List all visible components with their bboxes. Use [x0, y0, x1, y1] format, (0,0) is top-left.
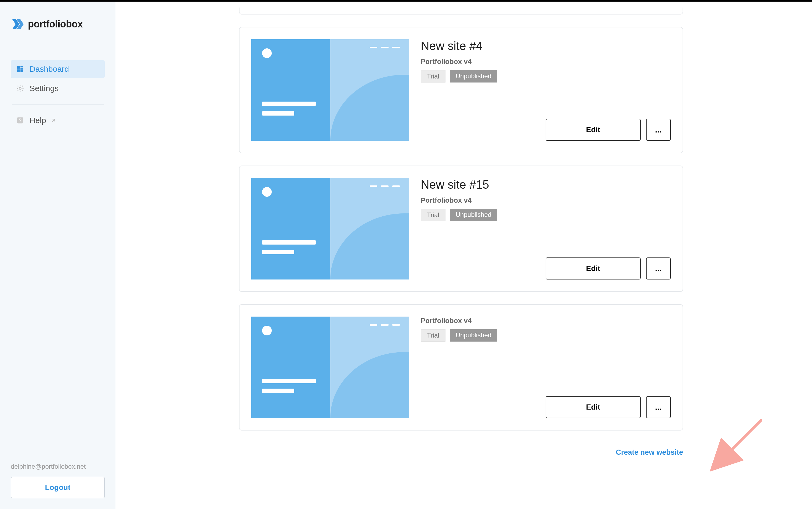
- site-title: New site #4: [421, 39, 671, 53]
- site-info: Portfoliobox v4 Trial Unpublished Edit .…: [421, 316, 671, 418]
- site-actions: Edit ...: [421, 258, 671, 279]
- site-badges: Trial Unpublished: [421, 209, 671, 221]
- site-actions: Edit ...: [421, 396, 671, 418]
- badge-status: Unpublished: [450, 329, 497, 342]
- sidebar-footer: delphine@portfoliobox.net Logout: [11, 463, 105, 498]
- site-info: New site #15 Portfoliobox v4 Trial Unpub…: [421, 178, 671, 279]
- site-card: Portfoliobox v4 Trial Unpublished Edit .…: [239, 304, 683, 431]
- site-version: Portfoliobox v4: [421, 196, 671, 205]
- site-info: New site #4 Portfoliobox v4 Trial Unpubl…: [421, 39, 671, 141]
- edit-button[interactable]: Edit: [546, 258, 641, 279]
- svg-text:?: ?: [19, 118, 22, 123]
- brand-name: portfoliobox: [28, 19, 83, 30]
- edit-button[interactable]: Edit: [546, 119, 641, 141]
- site-badges: Trial Unpublished: [421, 70, 671, 82]
- badge-trial: Trial: [421, 209, 445, 221]
- gear-icon: [16, 84, 24, 93]
- svg-rect-1: [21, 66, 23, 67]
- badge-trial: Trial: [421, 329, 445, 342]
- badge-status: Unpublished: [450, 70, 497, 82]
- external-link-icon: [50, 117, 57, 123]
- site-version: Portfoliobox v4: [421, 316, 671, 325]
- site-version: Portfoliobox v4: [421, 58, 671, 66]
- svg-rect-3: [17, 69, 20, 72]
- svg-point-5: [19, 87, 21, 90]
- more-button[interactable]: ...: [646, 258, 671, 279]
- svg-rect-4: [21, 69, 23, 72]
- svg-line-8: [715, 420, 761, 466]
- badge-status: Unpublished: [450, 209, 497, 221]
- site-title: New site #15: [421, 178, 671, 191]
- site-card: New site #15 Portfoliobox v4 Trial Unpub…: [239, 166, 683, 292]
- badge-trial: Trial: [421, 70, 445, 82]
- help-icon: ?: [16, 116, 24, 125]
- svg-rect-2: [21, 68, 23, 69]
- svg-rect-0: [17, 66, 20, 69]
- logout-button[interactable]: Logout: [11, 477, 105, 498]
- site-thumbnail: [251, 316, 409, 418]
- more-button[interactable]: ...: [646, 396, 671, 418]
- sidebar-item-dashboard[interactable]: Dashboard: [11, 60, 105, 78]
- site-card: New site #4 Portfoliobox v4 Trial Unpubl…: [239, 27, 683, 153]
- main-content: New site #4 Portfoliobox v4 Trial Unpubl…: [115, 2, 812, 509]
- edit-button[interactable]: Edit: [546, 396, 641, 418]
- nav-divider: [12, 104, 104, 105]
- user-email: delphine@portfoliobox.net: [11, 463, 105, 470]
- more-button[interactable]: ...: [646, 119, 671, 141]
- create-new-website-link[interactable]: Create new website: [239, 448, 683, 456]
- site-badges: Trial Unpublished: [421, 329, 671, 342]
- sidebar-item-label: Dashboard: [30, 65, 69, 74]
- sidebar-item-help[interactable]: ? Help: [11, 111, 105, 129]
- site-card-partial: [239, 7, 683, 14]
- site-thumbnail: [251, 178, 409, 279]
- site-actions: Edit ...: [421, 119, 671, 141]
- sidebar-item-label: Settings: [30, 84, 59, 93]
- sidebar-item-settings[interactable]: Settings: [11, 79, 105, 97]
- annotation-arrow-icon: [707, 415, 766, 474]
- brand-logo: portfoliobox: [11, 18, 105, 31]
- site-thumbnail: [251, 39, 409, 141]
- sidebar-nav: Dashboard Settings ? Help: [11, 60, 105, 129]
- brand-logo-icon: [11, 18, 24, 31]
- sidebar-item-label: Help: [30, 116, 46, 125]
- sidebar: portfoliobox Dashboard Settings ? Help d…: [0, 2, 115, 509]
- dashboard-icon: [16, 65, 24, 73]
